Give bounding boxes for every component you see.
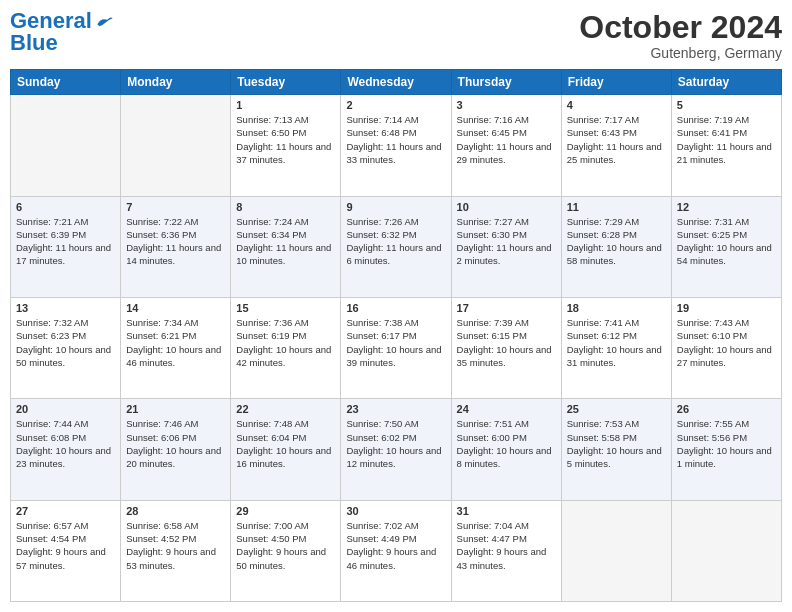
day-number-w2-d1: 14 <box>126 302 225 314</box>
col-friday: Friday <box>561 70 671 95</box>
location-subtitle: Gutenberg, Germany <box>579 45 782 61</box>
day-number-w2-d2: 15 <box>236 302 335 314</box>
calendar-cell-w0-d0 <box>11 95 121 196</box>
calendar-cell-w2-d1: 14Sunrise: 7:34 AM Sunset: 6:21 PM Dayli… <box>121 297 231 398</box>
day-info-w4-d1: Sunrise: 6:58 AM Sunset: 4:52 PM Dayligh… <box>126 519 225 572</box>
col-wednesday: Wednesday <box>341 70 451 95</box>
day-info-w3-d3: Sunrise: 7:50 AM Sunset: 6:02 PM Dayligh… <box>346 417 445 470</box>
day-number-w1-d1: 7 <box>126 201 225 213</box>
calendar-cell-w3-d1: 21Sunrise: 7:46 AM Sunset: 6:06 PM Dayli… <box>121 399 231 500</box>
calendar-cell-w1-d6: 12Sunrise: 7:31 AM Sunset: 6:25 PM Dayli… <box>671 196 781 297</box>
day-info-w4-d4: Sunrise: 7:04 AM Sunset: 4:47 PM Dayligh… <box>457 519 556 572</box>
calendar-cell-w3-d3: 23Sunrise: 7:50 AM Sunset: 6:02 PM Dayli… <box>341 399 451 500</box>
calendar-cell-w0-d6: 5Sunrise: 7:19 AM Sunset: 6:41 PM Daylig… <box>671 95 781 196</box>
week-row-0: 1Sunrise: 7:13 AM Sunset: 6:50 PM Daylig… <box>11 95 782 196</box>
calendar-cell-w4-d6 <box>671 500 781 601</box>
calendar-cell-w0-d4: 3Sunrise: 7:16 AM Sunset: 6:45 PM Daylig… <box>451 95 561 196</box>
day-number-w2-d3: 16 <box>346 302 445 314</box>
day-info-w1-d2: Sunrise: 7:24 AM Sunset: 6:34 PM Dayligh… <box>236 215 335 268</box>
week-row-1: 6Sunrise: 7:21 AM Sunset: 6:39 PM Daylig… <box>11 196 782 297</box>
week-row-4: 27Sunrise: 6:57 AM Sunset: 4:54 PM Dayli… <box>11 500 782 601</box>
calendar-cell-w1-d0: 6Sunrise: 7:21 AM Sunset: 6:39 PM Daylig… <box>11 196 121 297</box>
day-info-w2-d2: Sunrise: 7:36 AM Sunset: 6:19 PM Dayligh… <box>236 316 335 369</box>
day-number-w2-d4: 17 <box>457 302 556 314</box>
week-row-2: 13Sunrise: 7:32 AM Sunset: 6:23 PM Dayli… <box>11 297 782 398</box>
day-info-w2-d5: Sunrise: 7:41 AM Sunset: 6:12 PM Dayligh… <box>567 316 666 369</box>
calendar-cell-w2-d6: 19Sunrise: 7:43 AM Sunset: 6:10 PM Dayli… <box>671 297 781 398</box>
day-info-w3-d6: Sunrise: 7:55 AM Sunset: 5:56 PM Dayligh… <box>677 417 776 470</box>
day-number-w3-d2: 22 <box>236 403 335 415</box>
day-number-w2-d0: 13 <box>16 302 115 314</box>
day-number-w1-d4: 10 <box>457 201 556 213</box>
day-info-w2-d3: Sunrise: 7:38 AM Sunset: 6:17 PM Dayligh… <box>346 316 445 369</box>
day-number-w1-d2: 8 <box>236 201 335 213</box>
calendar-cell-w0-d3: 2Sunrise: 7:14 AM Sunset: 6:48 PM Daylig… <box>341 95 451 196</box>
day-info-w2-d4: Sunrise: 7:39 AM Sunset: 6:15 PM Dayligh… <box>457 316 556 369</box>
header: General Blue October 2024 Gutenberg, Ger… <box>10 10 782 61</box>
title-section: October 2024 Gutenberg, Germany <box>579 10 782 61</box>
day-number-w4-d0: 27 <box>16 505 115 517</box>
day-info-w2-d0: Sunrise: 7:32 AM Sunset: 6:23 PM Dayligh… <box>16 316 115 369</box>
calendar-cell-w1-d5: 11Sunrise: 7:29 AM Sunset: 6:28 PM Dayli… <box>561 196 671 297</box>
day-info-w1-d5: Sunrise: 7:29 AM Sunset: 6:28 PM Dayligh… <box>567 215 666 268</box>
col-saturday: Saturday <box>671 70 781 95</box>
day-number-w2-d5: 18 <box>567 302 666 314</box>
page: General Blue October 2024 Gutenberg, Ger… <box>0 0 792 612</box>
day-number-w0-d3: 2 <box>346 99 445 111</box>
calendar-cell-w3-d6: 26Sunrise: 7:55 AM Sunset: 5:56 PM Dayli… <box>671 399 781 500</box>
calendar-cell-w4-d3: 30Sunrise: 7:02 AM Sunset: 4:49 PM Dayli… <box>341 500 451 601</box>
calendar-cell-w4-d2: 29Sunrise: 7:00 AM Sunset: 4:50 PM Dayli… <box>231 500 341 601</box>
day-info-w4-d3: Sunrise: 7:02 AM Sunset: 4:49 PM Dayligh… <box>346 519 445 572</box>
day-info-w4-d0: Sunrise: 6:57 AM Sunset: 4:54 PM Dayligh… <box>16 519 115 572</box>
calendar-header-row: Sunday Monday Tuesday Wednesday Thursday… <box>11 70 782 95</box>
day-info-w0-d5: Sunrise: 7:17 AM Sunset: 6:43 PM Dayligh… <box>567 113 666 166</box>
calendar-cell-w1-d2: 8Sunrise: 7:24 AM Sunset: 6:34 PM Daylig… <box>231 196 341 297</box>
day-number-w4-d2: 29 <box>236 505 335 517</box>
day-info-w0-d2: Sunrise: 7:13 AM Sunset: 6:50 PM Dayligh… <box>236 113 335 166</box>
calendar-cell-w3-d4: 24Sunrise: 7:51 AM Sunset: 6:00 PM Dayli… <box>451 399 561 500</box>
day-info-w2-d6: Sunrise: 7:43 AM Sunset: 6:10 PM Dayligh… <box>677 316 776 369</box>
col-monday: Monday <box>121 70 231 95</box>
day-info-w3-d0: Sunrise: 7:44 AM Sunset: 6:08 PM Dayligh… <box>16 417 115 470</box>
day-number-w4-d1: 28 <box>126 505 225 517</box>
day-number-w1-d5: 11 <box>567 201 666 213</box>
day-info-w2-d1: Sunrise: 7:34 AM Sunset: 6:21 PM Dayligh… <box>126 316 225 369</box>
day-number-w3-d4: 24 <box>457 403 556 415</box>
day-info-w1-d0: Sunrise: 7:21 AM Sunset: 6:39 PM Dayligh… <box>16 215 115 268</box>
day-number-w0-d6: 5 <box>677 99 776 111</box>
day-info-w0-d6: Sunrise: 7:19 AM Sunset: 6:41 PM Dayligh… <box>677 113 776 166</box>
day-number-w2-d6: 19 <box>677 302 776 314</box>
day-info-w1-d3: Sunrise: 7:26 AM Sunset: 6:32 PM Dayligh… <box>346 215 445 268</box>
day-number-w3-d5: 25 <box>567 403 666 415</box>
day-info-w3-d1: Sunrise: 7:46 AM Sunset: 6:06 PM Dayligh… <box>126 417 225 470</box>
calendar-cell-w1-d1: 7Sunrise: 7:22 AM Sunset: 6:36 PM Daylig… <box>121 196 231 297</box>
day-number-w0-d4: 3 <box>457 99 556 111</box>
calendar-cell-w4-d0: 27Sunrise: 6:57 AM Sunset: 4:54 PM Dayli… <box>11 500 121 601</box>
day-number-w0-d2: 1 <box>236 99 335 111</box>
calendar-cell-w0-d2: 1Sunrise: 7:13 AM Sunset: 6:50 PM Daylig… <box>231 95 341 196</box>
day-number-w3-d6: 26 <box>677 403 776 415</box>
logo: General Blue <box>10 10 114 54</box>
calendar-cell-w2-d0: 13Sunrise: 7:32 AM Sunset: 6:23 PM Dayli… <box>11 297 121 398</box>
day-number-w0-d5: 4 <box>567 99 666 111</box>
calendar-cell-w2-d3: 16Sunrise: 7:38 AM Sunset: 6:17 PM Dayli… <box>341 297 451 398</box>
calendar-cell-w2-d2: 15Sunrise: 7:36 AM Sunset: 6:19 PM Dayli… <box>231 297 341 398</box>
day-info-w0-d3: Sunrise: 7:14 AM Sunset: 6:48 PM Dayligh… <box>346 113 445 166</box>
calendar-cell-w0-d5: 4Sunrise: 7:17 AM Sunset: 6:43 PM Daylig… <box>561 95 671 196</box>
calendar-cell-w2-d4: 17Sunrise: 7:39 AM Sunset: 6:15 PM Dayli… <box>451 297 561 398</box>
calendar-cell-w0-d1 <box>121 95 231 196</box>
col-thursday: Thursday <box>451 70 561 95</box>
calendar-cell-w3-d5: 25Sunrise: 7:53 AM Sunset: 5:58 PM Dayli… <box>561 399 671 500</box>
calendar-cell-w3-d2: 22Sunrise: 7:48 AM Sunset: 6:04 PM Dayli… <box>231 399 341 500</box>
day-number-w3-d0: 20 <box>16 403 115 415</box>
day-info-w3-d5: Sunrise: 7:53 AM Sunset: 5:58 PM Dayligh… <box>567 417 666 470</box>
month-title: October 2024 <box>579 10 782 45</box>
day-number-w1-d6: 12 <box>677 201 776 213</box>
day-number-w4-d4: 31 <box>457 505 556 517</box>
day-number-w3-d1: 21 <box>126 403 225 415</box>
calendar-table: Sunday Monday Tuesday Wednesday Thursday… <box>10 69 782 602</box>
day-number-w3-d3: 23 <box>346 403 445 415</box>
calendar-cell-w4-d5 <box>561 500 671 601</box>
day-number-w4-d3: 30 <box>346 505 445 517</box>
calendar-cell-w2-d5: 18Sunrise: 7:41 AM Sunset: 6:12 PM Dayli… <box>561 297 671 398</box>
